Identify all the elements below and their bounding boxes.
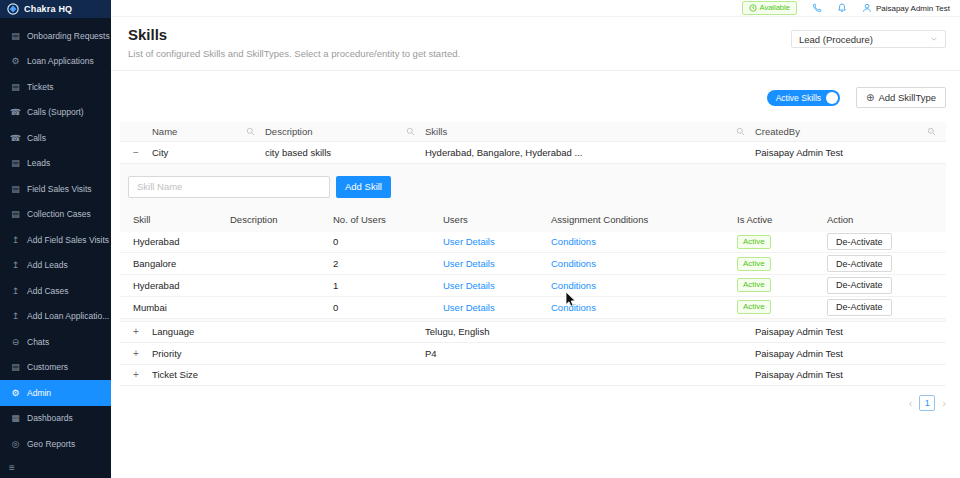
table-row-priority: + Priority P4 Paisapay Admin Test xyxy=(120,343,946,365)
procedure-select-value: Lead (Procedure) xyxy=(799,34,873,45)
chevron-down-icon xyxy=(930,35,938,43)
card-icon: ▤ xyxy=(10,209,21,219)
sidebar-item-label: Collection Cases xyxy=(27,209,91,219)
app-root: Chakra HQ ▤ Onboarding Requests ⚙ Loan A… xyxy=(0,0,960,478)
expand-row-button[interactable]: + xyxy=(120,348,152,359)
active-skills-toggle[interactable]: Active Skills xyxy=(767,90,840,106)
conditions-link[interactable]: Conditions xyxy=(551,280,596,291)
conditions-link[interactable]: Conditions xyxy=(551,258,596,269)
skills-table-header: Skill Description No. of Users Users Ass… xyxy=(120,210,946,230)
column-header-action: Action xyxy=(827,214,946,225)
add-skilltype-button[interactable]: ⊕ Add SkillType xyxy=(856,87,946,108)
skill-name-input[interactable] xyxy=(128,176,330,198)
sidebar-item-label: Onboarding Requests xyxy=(27,31,110,41)
add-skill-form: Add Skill xyxy=(120,176,946,210)
sidebar-item-collection-cases[interactable]: ▤ Collection Cases xyxy=(0,202,111,228)
skilltypes-table: Name Description Skills xyxy=(120,122,946,386)
brand-logo[interactable]: Chakra HQ xyxy=(0,0,111,18)
sidebar-item-add-loan-applications[interactable]: ↥ Add Loan Applicatio... xyxy=(0,304,111,330)
upload-icon: ↥ xyxy=(10,260,21,270)
skill-row-mumbai: Mumbai 0 User Details Conditions Active … xyxy=(120,297,946,319)
cell-skill: Hyderabad xyxy=(128,280,230,291)
sidebar-item-dashboards[interactable]: ▦ Dashboards xyxy=(0,406,111,432)
column-header-name: Name xyxy=(152,122,265,141)
notifications-icon[interactable] xyxy=(837,3,847,13)
sidebar-item-calls-support[interactable]: ☎ Calls (Support) xyxy=(0,100,111,126)
search-icon[interactable] xyxy=(927,127,936,136)
add-skill-button[interactable]: Add Skill xyxy=(336,176,391,198)
column-header-description: Description xyxy=(265,122,425,141)
user-details-link[interactable]: User Details xyxy=(443,236,495,247)
page-header-text: Skills List of configured Skills and Ski… xyxy=(128,26,460,59)
cell-name: Language xyxy=(152,326,265,337)
user-details-link[interactable]: User Details xyxy=(443,302,495,313)
sidebar-item-calls[interactable]: ☎ Calls xyxy=(0,125,111,151)
cell-createdby: Paisapay Admin Test xyxy=(755,348,946,359)
cell-name: City xyxy=(152,147,265,158)
sidebar-item-label: Add Loan Applicatio... xyxy=(27,311,109,321)
card-icon: ▤ xyxy=(10,362,21,372)
skill-row-hyderabad-2: Hyderabad 1 User Details Conditions Acti… xyxy=(120,275,946,297)
sidebar: Chakra HQ ▤ Onboarding Requests ⚙ Loan A… xyxy=(0,0,111,478)
skill-row-bangalore: Bangalore 2 User Details Conditions Acti… xyxy=(120,253,946,275)
cell-users-count: 0 xyxy=(333,302,443,313)
pagination-next-button[interactable]: › xyxy=(942,398,946,409)
user-menu[interactable]: Paisapay Admin Test xyxy=(862,3,950,13)
expand-row-button[interactable]: + xyxy=(120,369,152,380)
user-details-link[interactable]: User Details xyxy=(443,280,495,291)
conditions-link[interactable]: Conditions xyxy=(551,302,596,313)
phone-icon[interactable] xyxy=(812,3,822,13)
sidebar-item-leads[interactable]: ▤ Leads xyxy=(0,151,111,177)
table-row-city: − City city based skills Hyderabad, Bang… xyxy=(120,142,946,164)
cell-createdby: Paisapay Admin Test xyxy=(755,369,946,380)
cell-skills: P4 xyxy=(425,348,755,359)
sidebar-item-loan-applications[interactable]: ⚙ Loan Applications xyxy=(0,49,111,75)
sidebar-item-chats[interactable]: ⊖ Chats xyxy=(0,329,111,355)
expand-row-button[interactable]: + xyxy=(120,326,152,337)
pagination-prev-button[interactable]: ‹ xyxy=(909,398,913,409)
column-header-is-active: Is Active xyxy=(737,214,827,225)
sidebar-item-add-leads[interactable]: ↥ Add Leads xyxy=(0,253,111,279)
deactivate-button[interactable]: De-Activate xyxy=(827,277,892,294)
status-badge[interactable]: Available xyxy=(742,1,797,15)
search-icon[interactable] xyxy=(246,127,255,136)
sidebar-item-admin[interactable]: ⚙ Admin xyxy=(0,380,111,406)
deactivate-button[interactable]: De-Activate xyxy=(827,233,892,250)
deactivate-button[interactable]: De-Activate xyxy=(827,255,892,272)
sidebar-item-customers[interactable]: ▤ Customers xyxy=(0,355,111,381)
cell-name: Ticket Size xyxy=(152,369,265,380)
brand-name: Chakra HQ xyxy=(24,4,72,14)
sidebar-item-label: Add Field Sales Visits xyxy=(27,235,109,245)
gear-icon: ⚙ xyxy=(10,388,21,398)
sidebar-item-label: Dashboards xyxy=(27,413,73,423)
procedure-select[interactable]: Lead (Procedure) xyxy=(791,30,946,48)
column-header-users: Users xyxy=(443,214,551,225)
sidebar-item-geo-reports[interactable]: ◎ Geo Reports xyxy=(0,431,111,457)
conditions-link[interactable]: Conditions xyxy=(551,236,596,247)
sidebar-item-add-cases[interactable]: ↥ Add Cases xyxy=(0,278,111,304)
deactivate-button[interactable]: De-Activate xyxy=(827,299,892,316)
column-header-description: Description xyxy=(230,214,333,225)
sidebar-item-label: Admin xyxy=(27,388,51,398)
clock-icon xyxy=(749,4,757,12)
status-badge-label: Available xyxy=(760,4,790,12)
sidebar-item-label: Calls xyxy=(27,133,46,143)
search-icon[interactable] xyxy=(406,127,415,136)
sidebar-item-onboarding-requests[interactable]: ▤ Onboarding Requests xyxy=(0,23,111,49)
sidebar-item-label: Loan Applications xyxy=(27,56,94,66)
sidebar-collapse-button[interactable]: ≡ xyxy=(9,462,15,473)
sidebar-item-label: Customers xyxy=(27,362,68,372)
card-icon: ▤ xyxy=(10,158,21,168)
status-badge: Active xyxy=(737,300,771,314)
table-row-language: + Language Telugu, English Paisapay Admi… xyxy=(120,322,946,344)
sidebar-item-add-field-sales-visits[interactable]: ↥ Add Field Sales Visits xyxy=(0,227,111,253)
sidebar-item-label: Tickets xyxy=(27,82,54,92)
skilltypes-table-header: Name Description Skills xyxy=(120,122,946,142)
sidebar-item-field-sales-visits[interactable]: ▤ Field Sales Visits xyxy=(0,176,111,202)
user-details-link[interactable]: User Details xyxy=(443,258,495,269)
sidebar-item-tickets[interactable]: ▤ Tickets xyxy=(0,74,111,100)
pagination-page-1[interactable]: 1 xyxy=(919,395,935,411)
search-icon[interactable] xyxy=(736,127,745,136)
collapse-row-button[interactable]: − xyxy=(120,147,152,158)
sidebar-item-label: Add Cases xyxy=(27,286,69,296)
